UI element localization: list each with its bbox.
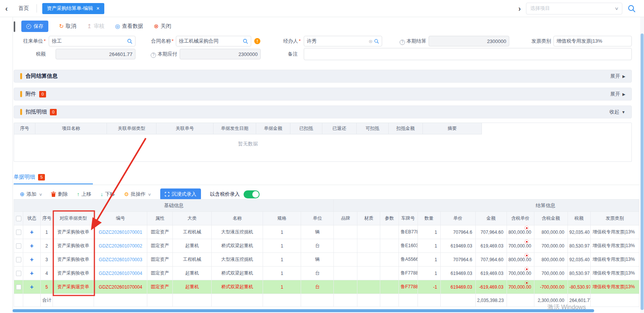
undo-icon: ↻ xyxy=(59,23,64,30)
cell-code[interactable]: GDZC202601070004 xyxy=(94,267,147,280)
detail-row[interactable]: +2资产采购验收单GDZC202601070002固定资产起重机桥式双梁起重机1… xyxy=(14,239,639,253)
section-attachments[interactable]: 附件 0 展开 ▶ xyxy=(14,88,632,101)
detail-row[interactable]: +4资产采购验收单GDZC202601070004固定资产起重机桥式双梁起重机1… xyxy=(14,267,639,280)
row-checkbox[interactable] xyxy=(16,243,21,249)
toggle-label: 展开 xyxy=(610,73,620,80)
partner-input[interactable] xyxy=(52,38,127,44)
vertical-scrollbar-thumb[interactable] xyxy=(641,34,644,310)
cell-name: 桥式双梁起重机 xyxy=(212,239,263,253)
save-button[interactable]: ✓ 保存 xyxy=(21,21,48,32)
close-button[interactable]: ⊗ 关闭 xyxy=(154,23,171,30)
detail-row[interactable]: +5资产采购退货单GDZC202601070004固定资产起重机桥式双梁起重机1… xyxy=(14,280,639,294)
totals-label: 合计 xyxy=(41,294,53,307)
cell-material xyxy=(357,225,380,239)
row-checkbox[interactable] xyxy=(16,284,21,290)
help-icon[interactable]: ? xyxy=(151,53,156,58)
col-header: 发票类别 xyxy=(590,212,639,225)
row-checkbox[interactable] xyxy=(16,257,21,262)
move-up-button[interactable]: ↑ 上移 xyxy=(77,191,91,198)
totals-row: 合计 2,035,398.23 2,300,000.00 264,601.77 xyxy=(14,294,639,307)
cell-price: 619469.03 xyxy=(440,267,475,280)
cell-unit: 台 xyxy=(301,267,334,280)
contract-input[interactable] xyxy=(179,38,243,44)
expand-toggle[interactable]: 展开 ▶ xyxy=(610,73,625,80)
forward-icon[interactable]: › xyxy=(513,4,526,13)
batch-label: 批操作 xyxy=(131,191,145,198)
search-icon[interactable] xyxy=(243,38,248,44)
cell-code[interactable]: GDZC202601070002 xyxy=(94,239,147,253)
plus-status-icon[interactable]: + xyxy=(30,284,33,290)
cell-doc_type: 资产采购验收单 xyxy=(53,225,94,239)
cell-doc_type: 资产采购退货单 xyxy=(53,280,94,294)
cell-seq: 4 xyxy=(41,267,53,280)
search-icon[interactable] xyxy=(127,38,132,44)
plus-status-icon[interactable]: + xyxy=(30,270,33,276)
section-deduction-detail[interactable]: 扣抵明细 0 收起 ▼ xyxy=(14,105,632,118)
cell-invoice: 增值税专用发票|13% xyxy=(590,239,639,253)
help-icon[interactable]: ? xyxy=(400,40,405,45)
cell-code[interactable]: GDZC202601070003 xyxy=(94,253,147,267)
invoice-type-input[interactable] xyxy=(556,38,629,44)
collapse-toggle[interactable]: 收起 ▼ xyxy=(609,109,625,115)
detail-row[interactable]: +1资产采购验收单GDZC202601070001固定资产工程机械大型液压挖掘机… xyxy=(14,225,639,239)
deduction-table-header: 序号 项目名称 关联单据类型 关联单号 单据发生日期 单据金额 已扣抵 已退还 … xyxy=(14,123,631,134)
remark-field[interactable] xyxy=(304,48,632,60)
doc-code-link[interactable]: GDZC202601070004 xyxy=(99,284,142,290)
search-icon[interactable] xyxy=(628,5,636,13)
search-icon[interactable] xyxy=(374,38,379,44)
cell-price: 707964.6 xyxy=(440,225,475,239)
doc-code-link[interactable]: GDZC202601070002 xyxy=(99,243,142,249)
tax-entry-toggle[interactable] xyxy=(244,190,260,198)
tab-detail[interactable]: 单据明细 5 xyxy=(14,174,45,180)
clear-icon[interactable]: ⊗ xyxy=(368,38,373,44)
cell-plate: 鲁EB7788 xyxy=(399,225,418,239)
cell-doc_type: 资产采购验收单 xyxy=(53,253,94,267)
agent-input[interactable] xyxy=(307,38,368,44)
section-contract-settlement[interactable]: 合同结算信息 展开 ▶ xyxy=(14,70,632,83)
accent-bar xyxy=(20,73,22,79)
detail-row[interactable]: +3资产采购验收单GDZC202601070003固定资产工程机械大型液压挖掘机… xyxy=(14,253,639,267)
cell-name: 大型液压挖掘机 xyxy=(212,253,263,267)
close-tab-icon[interactable]: × xyxy=(96,5,99,11)
cell-price: 619469.03 xyxy=(440,280,475,294)
plus-status-icon[interactable]: + xyxy=(30,229,33,235)
active-tab[interactable]: 资产采购结算单-编辑 × xyxy=(42,3,104,14)
row-checkbox[interactable] xyxy=(16,271,21,276)
cell-code[interactable]: GDZC202601070004 xyxy=(94,280,147,294)
immersive-entry-button[interactable]: 沉浸式录入 xyxy=(160,188,201,200)
cell-attr: 固定资产 xyxy=(147,253,173,267)
contract-field[interactable] xyxy=(176,36,251,46)
batch-operation-button[interactable]: ⚙ 批操作 ∨ xyxy=(124,191,151,198)
plus-status-icon[interactable]: + xyxy=(30,243,33,249)
app-window: ‹ 首页 资产采购结算单-编辑 × › 选择项目 ∨ ✓ 保存 ↻ 取消 ↥ 审… xyxy=(0,0,644,313)
add-button[interactable]: ⊕ 添加 ∨ xyxy=(20,191,42,198)
totals-amount: 2,035,398.23 xyxy=(475,294,507,307)
invoice-type-field[interactable] xyxy=(553,36,632,46)
view-data-button[interactable]: ◎ 查看数据 xyxy=(115,23,143,30)
select-all-checkbox[interactable] xyxy=(16,216,21,221)
back-icon[interactable]: ‹ xyxy=(0,4,13,13)
partner-field[interactable] xyxy=(49,36,135,46)
cell-empty xyxy=(212,294,263,307)
delete-button[interactable]: 删除 xyxy=(51,191,68,198)
row-checkbox[interactable] xyxy=(16,230,21,235)
home-tab[interactable]: 首页 xyxy=(13,5,34,12)
doc-code-link[interactable]: GDZC202601070004 xyxy=(99,271,142,276)
cancel-button[interactable]: ↻ 取消 xyxy=(59,23,77,30)
cell-code[interactable]: GDZC202601070001 xyxy=(94,225,147,239)
remark-input[interactable] xyxy=(307,51,629,57)
audit-button[interactable]: ↥ 审核 xyxy=(87,23,105,30)
doc-code-link[interactable]: GDZC202601070003 xyxy=(99,257,142,262)
delete-label: 删除 xyxy=(58,191,68,198)
project-select[interactable]: 选择项目 ∨ xyxy=(526,3,622,14)
doc-code-link[interactable]: GDZC202601070001 xyxy=(99,230,142,235)
cell-tax: 92,035.40 xyxy=(567,253,590,267)
agent-field[interactable]: ⊗ xyxy=(304,36,382,46)
move-down-button[interactable]: ↓ 下移 xyxy=(100,191,115,198)
group-header-row: 基础信息 结算信息 xyxy=(14,200,639,212)
period-payable-text: 本期应付 xyxy=(158,51,177,57)
expand-toggle[interactable]: 展开 ▶ xyxy=(610,91,625,97)
horizontal-scrollbar[interactable] xyxy=(13,309,594,312)
plus-status-icon[interactable]: + xyxy=(30,256,33,263)
cell-doc_type: 资产采购验收单 xyxy=(53,267,94,280)
